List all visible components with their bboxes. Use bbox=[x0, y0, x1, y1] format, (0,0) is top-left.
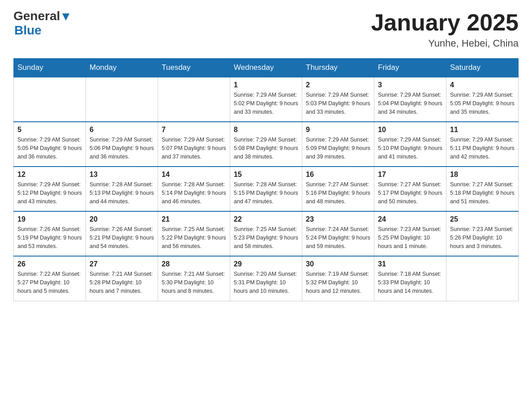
day-number: 7 bbox=[162, 126, 226, 134]
day-info: Sunrise: 7:29 AM Sunset: 5:05 PM Dayligh… bbox=[450, 91, 515, 116]
title-section: January 2025 Yunhe, Hebei, China bbox=[371, 9, 519, 49]
day-info: Sunrise: 7:29 AM Sunset: 5:11 PM Dayligh… bbox=[450, 136, 515, 161]
calendar-cell bbox=[158, 77, 230, 122]
day-info: Sunrise: 7:29 AM Sunset: 5:10 PM Dayligh… bbox=[378, 136, 442, 161]
svg-marker-0 bbox=[62, 13, 69, 21]
header-friday: Friday bbox=[374, 59, 446, 77]
day-number: 14 bbox=[162, 171, 226, 179]
day-number: 23 bbox=[306, 215, 370, 223]
calendar-title: January 2025 bbox=[371, 9, 519, 36]
day-number: 5 bbox=[17, 126, 82, 134]
calendar-cell: 17Sunrise: 7:27 AM Sunset: 5:17 PM Dayli… bbox=[374, 167, 446, 211]
page-header: General Blue January 2025 Yunhe, Hebei, … bbox=[13, 9, 519, 49]
calendar-cell: 13Sunrise: 7:28 AM Sunset: 5:13 PM Dayli… bbox=[86, 167, 158, 211]
header-tuesday: Tuesday bbox=[158, 59, 230, 77]
day-number: 28 bbox=[162, 260, 226, 268]
day-info: Sunrise: 7:23 AM Sunset: 5:26 PM Dayligh… bbox=[450, 225, 515, 250]
calendar-header-row: SundayMondayTuesdayWednesdayThursdayFrid… bbox=[14, 59, 519, 77]
day-info: Sunrise: 7:29 AM Sunset: 5:04 PM Dayligh… bbox=[378, 91, 442, 116]
day-info: Sunrise: 7:27 AM Sunset: 5:17 PM Dayligh… bbox=[378, 180, 442, 206]
day-number: 20 bbox=[90, 215, 154, 223]
calendar-week-row: 5Sunrise: 7:29 AM Sunset: 5:05 PM Daylig… bbox=[14, 122, 519, 167]
day-info: Sunrise: 7:21 AM Sunset: 5:30 PM Dayligh… bbox=[162, 270, 226, 295]
calendar-cell: 25Sunrise: 7:23 AM Sunset: 5:26 PM Dayli… bbox=[446, 211, 519, 256]
day-info: Sunrise: 7:25 AM Sunset: 5:22 PM Dayligh… bbox=[162, 225, 226, 250]
day-info: Sunrise: 7:24 AM Sunset: 5:24 PM Dayligh… bbox=[306, 225, 370, 250]
day-info: Sunrise: 7:29 AM Sunset: 5:08 PM Dayligh… bbox=[234, 136, 298, 161]
day-number: 30 bbox=[306, 260, 370, 268]
day-number: 2 bbox=[306, 81, 370, 89]
header-sunday: Sunday bbox=[14, 59, 86, 77]
day-info: Sunrise: 7:28 AM Sunset: 5:13 PM Dayligh… bbox=[90, 180, 154, 206]
day-number: 15 bbox=[234, 171, 298, 179]
day-number: 26 bbox=[17, 260, 82, 268]
day-number: 19 bbox=[17, 215, 82, 223]
day-number: 25 bbox=[450, 215, 515, 223]
day-info: Sunrise: 7:25 AM Sunset: 5:23 PM Dayligh… bbox=[234, 225, 298, 250]
calendar-cell: 28Sunrise: 7:21 AM Sunset: 5:30 PM Dayli… bbox=[158, 256, 230, 301]
calendar-cell: 27Sunrise: 7:21 AM Sunset: 5:28 PM Dayli… bbox=[86, 256, 158, 301]
header-thursday: Thursday bbox=[302, 59, 374, 77]
day-number: 24 bbox=[378, 215, 442, 223]
day-info: Sunrise: 7:29 AM Sunset: 5:09 PM Dayligh… bbox=[306, 136, 370, 161]
day-number: 12 bbox=[17, 171, 82, 179]
day-info: Sunrise: 7:21 AM Sunset: 5:28 PM Dayligh… bbox=[90, 270, 154, 295]
day-info: Sunrise: 7:26 AM Sunset: 5:19 PM Dayligh… bbox=[17, 225, 82, 250]
calendar-cell: 8Sunrise: 7:29 AM Sunset: 5:08 PM Daylig… bbox=[230, 122, 302, 167]
day-number: 9 bbox=[306, 126, 370, 134]
calendar-cell: 19Sunrise: 7:26 AM Sunset: 5:19 PM Dayli… bbox=[14, 211, 86, 256]
header-wednesday: Wednesday bbox=[230, 59, 302, 77]
day-info: Sunrise: 7:18 AM Sunset: 5:33 PM Dayligh… bbox=[378, 270, 442, 295]
calendar-cell: 14Sunrise: 7:28 AM Sunset: 5:14 PM Dayli… bbox=[158, 167, 230, 211]
calendar-cell: 1Sunrise: 7:29 AM Sunset: 5:02 PM Daylig… bbox=[230, 77, 302, 122]
day-info: Sunrise: 7:23 AM Sunset: 5:25 PM Dayligh… bbox=[378, 225, 442, 250]
day-info: Sunrise: 7:29 AM Sunset: 5:07 PM Dayligh… bbox=[162, 136, 226, 161]
header-monday: Monday bbox=[86, 59, 158, 77]
day-info: Sunrise: 7:29 AM Sunset: 5:12 PM Dayligh… bbox=[17, 180, 82, 206]
day-info: Sunrise: 7:28 AM Sunset: 5:14 PM Dayligh… bbox=[162, 180, 226, 206]
day-number: 16 bbox=[306, 171, 370, 179]
day-info: Sunrise: 7:27 AM Sunset: 5:16 PM Dayligh… bbox=[306, 180, 370, 206]
day-number: 3 bbox=[378, 81, 442, 89]
calendar-cell: 20Sunrise: 7:26 AM Sunset: 5:21 PM Dayli… bbox=[86, 211, 158, 256]
day-number: 6 bbox=[90, 126, 154, 134]
calendar-cell: 3Sunrise: 7:29 AM Sunset: 5:04 PM Daylig… bbox=[374, 77, 446, 122]
calendar-cell: 4Sunrise: 7:29 AM Sunset: 5:05 PM Daylig… bbox=[446, 77, 519, 122]
logo-blue-text: Blue bbox=[14, 23, 42, 38]
calendar-cell bbox=[446, 256, 519, 301]
logo-triangle-icon bbox=[61, 12, 71, 21]
calendar-cell: 21Sunrise: 7:25 AM Sunset: 5:22 PM Dayli… bbox=[158, 211, 230, 256]
logo: General Blue bbox=[13, 9, 71, 38]
calendar-cell: 6Sunrise: 7:29 AM Sunset: 5:06 PM Daylig… bbox=[86, 122, 158, 167]
day-number: 8 bbox=[234, 126, 298, 134]
header-saturday: Saturday bbox=[446, 59, 519, 77]
calendar-week-row: 12Sunrise: 7:29 AM Sunset: 5:12 PM Dayli… bbox=[14, 167, 519, 211]
calendar-cell bbox=[14, 77, 86, 122]
calendar-cell: 12Sunrise: 7:29 AM Sunset: 5:12 PM Dayli… bbox=[14, 167, 86, 211]
calendar-cell: 29Sunrise: 7:20 AM Sunset: 5:31 PM Dayli… bbox=[230, 256, 302, 301]
calendar-cell: 7Sunrise: 7:29 AM Sunset: 5:07 PM Daylig… bbox=[158, 122, 230, 167]
calendar-cell: 23Sunrise: 7:24 AM Sunset: 5:24 PM Dayli… bbox=[302, 211, 374, 256]
calendar-cell: 11Sunrise: 7:29 AM Sunset: 5:11 PM Dayli… bbox=[446, 122, 519, 167]
calendar-cell: 22Sunrise: 7:25 AM Sunset: 5:23 PM Dayli… bbox=[230, 211, 302, 256]
day-info: Sunrise: 7:19 AM Sunset: 5:32 PM Dayligh… bbox=[306, 270, 370, 295]
day-number: 17 bbox=[378, 171, 442, 179]
day-info: Sunrise: 7:29 AM Sunset: 5:05 PM Dayligh… bbox=[17, 136, 82, 161]
day-info: Sunrise: 7:29 AM Sunset: 5:02 PM Dayligh… bbox=[234, 91, 298, 116]
calendar-week-row: 26Sunrise: 7:22 AM Sunset: 5:27 PM Dayli… bbox=[14, 256, 519, 301]
calendar-cell: 30Sunrise: 7:19 AM Sunset: 5:32 PM Dayli… bbox=[302, 256, 374, 301]
calendar-table: SundayMondayTuesdayWednesdayThursdayFrid… bbox=[13, 58, 519, 301]
day-number: 29 bbox=[234, 260, 298, 268]
calendar-cell: 26Sunrise: 7:22 AM Sunset: 5:27 PM Dayli… bbox=[14, 256, 86, 301]
calendar-cell: 16Sunrise: 7:27 AM Sunset: 5:16 PM Dayli… bbox=[302, 167, 374, 211]
day-number: 21 bbox=[162, 215, 226, 223]
day-number: 11 bbox=[450, 126, 515, 134]
calendar-cell: 9Sunrise: 7:29 AM Sunset: 5:09 PM Daylig… bbox=[302, 122, 374, 167]
day-info: Sunrise: 7:26 AM Sunset: 5:21 PM Dayligh… bbox=[90, 225, 154, 250]
day-info: Sunrise: 7:29 AM Sunset: 5:06 PM Dayligh… bbox=[90, 136, 154, 161]
day-number: 18 bbox=[450, 171, 515, 179]
calendar-cell: 2Sunrise: 7:29 AM Sunset: 5:03 PM Daylig… bbox=[302, 77, 374, 122]
calendar-cell bbox=[86, 77, 158, 122]
day-info: Sunrise: 7:22 AM Sunset: 5:27 PM Dayligh… bbox=[17, 270, 82, 295]
calendar-week-row: 1Sunrise: 7:29 AM Sunset: 5:02 PM Daylig… bbox=[14, 77, 519, 122]
